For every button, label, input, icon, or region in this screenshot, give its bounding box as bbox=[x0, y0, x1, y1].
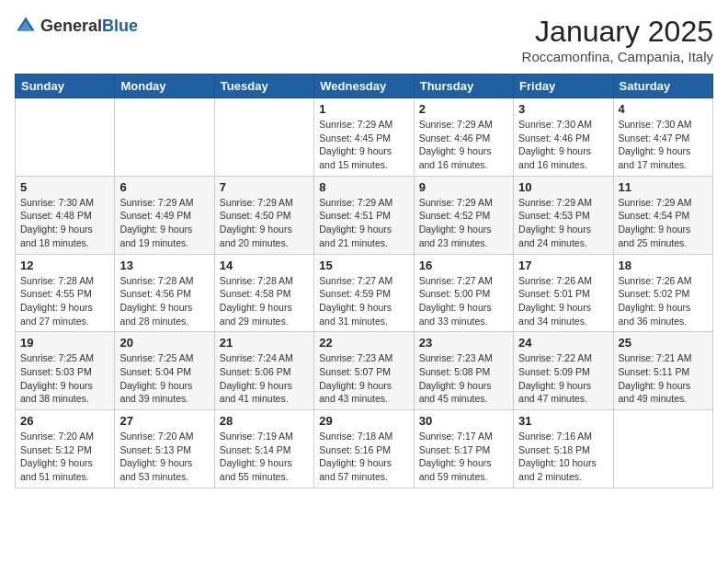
day-number: 31 bbox=[518, 414, 608, 428]
calendar-cell: 2Sunrise: 7:29 AMSunset: 4:46 PMDaylight… bbox=[414, 98, 513, 177]
logo-general: General bbox=[40, 17, 102, 35]
calendar-cell bbox=[613, 410, 712, 488]
calendar-cell: 13Sunrise: 7:28 AMSunset: 4:56 PMDayligh… bbox=[115, 254, 214, 332]
day-number: 8 bbox=[319, 180, 408, 194]
day-info: Sunrise: 7:16 AMSunset: 5:18 PMDaylight:… bbox=[518, 430, 608, 484]
weekday-header-row: SundayMondayTuesdayWednesdayThursdayFrid… bbox=[16, 75, 713, 98]
weekday-header-saturday: Saturday bbox=[613, 75, 712, 98]
calendar-cell: 17Sunrise: 7:26 AMSunset: 5:01 PMDayligh… bbox=[514, 254, 613, 332]
calendar-cell: 24Sunrise: 7:22 AMSunset: 5:09 PMDayligh… bbox=[514, 332, 613, 410]
calendar-cell: 6Sunrise: 7:29 AMSunset: 4:49 PMDaylight… bbox=[115, 176, 214, 254]
day-number: 13 bbox=[119, 259, 209, 272]
page-header: GeneralBlue January 2025 Roccamonfina, C… bbox=[15, 15, 713, 64]
day-info: Sunrise: 7:27 AMSunset: 5:00 PMDaylight:… bbox=[419, 274, 508, 328]
calendar-cell: 26Sunrise: 7:20 AMSunset: 5:12 PMDayligh… bbox=[16, 410, 115, 488]
calendar-week-1: 1Sunrise: 7:29 AMSunset: 4:45 PMDaylight… bbox=[16, 98, 713, 177]
day-number: 3 bbox=[518, 102, 608, 116]
day-number: 9 bbox=[419, 180, 508, 194]
day-info: Sunrise: 7:28 AMSunset: 4:55 PMDaylight:… bbox=[20, 274, 109, 328]
weekday-header-monday: Monday bbox=[115, 75, 214, 98]
calendar-cell: 1Sunrise: 7:29 AMSunset: 4:45 PMDaylight… bbox=[314, 98, 414, 177]
calendar-cell: 11Sunrise: 7:29 AMSunset: 4:54 PMDayligh… bbox=[613, 176, 712, 254]
calendar-cell bbox=[214, 98, 313, 177]
day-info: Sunrise: 7:29 AMSunset: 4:53 PMDaylight:… bbox=[518, 196, 608, 250]
calendar-cell: 23Sunrise: 7:23 AMSunset: 5:08 PMDayligh… bbox=[414, 332, 513, 410]
day-number: 27 bbox=[119, 414, 209, 428]
day-number: 12 bbox=[20, 259, 109, 272]
day-number: 10 bbox=[518, 180, 608, 194]
day-number: 20 bbox=[119, 336, 209, 350]
day-number: 23 bbox=[419, 336, 508, 350]
day-number: 22 bbox=[319, 336, 408, 350]
day-number: 18 bbox=[619, 259, 708, 272]
day-info: Sunrise: 7:29 AMSunset: 4:54 PMDaylight:… bbox=[619, 196, 708, 250]
calendar-cell: 16Sunrise: 7:27 AMSunset: 5:00 PMDayligh… bbox=[414, 254, 513, 332]
day-info: Sunrise: 7:21 AMSunset: 5:11 PMDaylight:… bbox=[619, 351, 708, 406]
logo: GeneralBlue bbox=[15, 15, 138, 37]
day-info: Sunrise: 7:24 AMSunset: 5:06 PMDaylight:… bbox=[220, 351, 309, 406]
day-number: 4 bbox=[619, 102, 708, 116]
calendar-cell bbox=[16, 98, 115, 177]
day-number: 16 bbox=[419, 259, 508, 272]
day-info: Sunrise: 7:23 AMSunset: 5:07 PMDaylight:… bbox=[319, 351, 408, 406]
day-number: 25 bbox=[619, 336, 708, 350]
day-info: Sunrise: 7:25 AMSunset: 5:04 PMDaylight:… bbox=[119, 351, 209, 406]
logo-icon bbox=[15, 15, 37, 37]
calendar-week-3: 12Sunrise: 7:28 AMSunset: 4:55 PMDayligh… bbox=[16, 254, 713, 332]
day-number: 26 bbox=[20, 414, 109, 428]
calendar-week-5: 26Sunrise: 7:20 AMSunset: 5:12 PMDayligh… bbox=[16, 410, 713, 488]
day-number: 24 bbox=[518, 336, 608, 350]
day-info: Sunrise: 7:26 AMSunset: 5:01 PMDaylight:… bbox=[518, 274, 608, 328]
day-number: 15 bbox=[319, 259, 408, 272]
day-number: 17 bbox=[518, 259, 608, 272]
calendar-cell: 31Sunrise: 7:16 AMSunset: 5:18 PMDayligh… bbox=[514, 410, 613, 488]
day-info: Sunrise: 7:29 AMSunset: 4:52 PMDaylight:… bbox=[419, 196, 508, 250]
calendar-cell: 30Sunrise: 7:17 AMSunset: 5:17 PMDayligh… bbox=[414, 410, 513, 488]
day-info: Sunrise: 7:23 AMSunset: 5:08 PMDaylight:… bbox=[419, 351, 508, 406]
calendar-table: SundayMondayTuesdayWednesdayThursdayFrid… bbox=[15, 74, 713, 488]
day-info: Sunrise: 7:20 AMSunset: 5:13 PMDaylight:… bbox=[119, 430, 209, 484]
calendar-cell: 22Sunrise: 7:23 AMSunset: 5:07 PMDayligh… bbox=[314, 332, 414, 410]
day-info: Sunrise: 7:20 AMSunset: 5:12 PMDaylight:… bbox=[20, 430, 109, 484]
day-info: Sunrise: 7:26 AMSunset: 5:02 PMDaylight:… bbox=[619, 274, 708, 328]
day-number: 14 bbox=[220, 259, 309, 272]
title-block: January 2025 Roccamonfina, Campania, Ita… bbox=[522, 15, 713, 64]
calendar-cell bbox=[115, 98, 214, 177]
calendar-cell: 3Sunrise: 7:30 AMSunset: 4:46 PMDaylight… bbox=[514, 98, 613, 177]
day-number: 5 bbox=[20, 180, 109, 194]
calendar-cell: 9Sunrise: 7:29 AMSunset: 4:52 PMDaylight… bbox=[414, 176, 513, 254]
weekday-header-wednesday: Wednesday bbox=[314, 75, 414, 98]
day-info: Sunrise: 7:29 AMSunset: 4:46 PMDaylight:… bbox=[419, 118, 508, 172]
day-info: Sunrise: 7:30 AMSunset: 4:48 PMDaylight:… bbox=[20, 196, 109, 250]
day-number: 19 bbox=[20, 336, 109, 350]
weekday-header-tuesday: Tuesday bbox=[214, 75, 313, 98]
day-number: 30 bbox=[419, 414, 508, 428]
calendar-cell: 28Sunrise: 7:19 AMSunset: 5:14 PMDayligh… bbox=[214, 410, 313, 488]
day-info: Sunrise: 7:29 AMSunset: 4:49 PMDaylight:… bbox=[119, 196, 209, 250]
day-info: Sunrise: 7:19 AMSunset: 5:14 PMDaylight:… bbox=[220, 430, 309, 484]
month-title: January 2025 bbox=[522, 15, 713, 49]
calendar-cell: 8Sunrise: 7:29 AMSunset: 4:51 PMDaylight… bbox=[314, 176, 414, 254]
day-number: 1 bbox=[319, 102, 408, 116]
calendar-cell: 20Sunrise: 7:25 AMSunset: 5:04 PMDayligh… bbox=[115, 332, 214, 410]
calendar-cell: 5Sunrise: 7:30 AMSunset: 4:48 PMDaylight… bbox=[16, 176, 115, 254]
day-info: Sunrise: 7:18 AMSunset: 5:16 PMDaylight:… bbox=[319, 430, 408, 484]
calendar-cell: 27Sunrise: 7:20 AMSunset: 5:13 PMDayligh… bbox=[115, 410, 214, 488]
calendar-cell: 25Sunrise: 7:21 AMSunset: 5:11 PMDayligh… bbox=[613, 332, 712, 410]
weekday-header-thursday: Thursday bbox=[414, 75, 513, 98]
day-info: Sunrise: 7:30 AMSunset: 4:46 PMDaylight:… bbox=[518, 118, 608, 172]
day-info: Sunrise: 7:29 AMSunset: 4:50 PMDaylight:… bbox=[220, 196, 309, 250]
day-info: Sunrise: 7:28 AMSunset: 4:58 PMDaylight:… bbox=[220, 274, 309, 328]
calendar-week-4: 19Sunrise: 7:25 AMSunset: 5:03 PMDayligh… bbox=[16, 332, 713, 410]
day-info: Sunrise: 7:25 AMSunset: 5:03 PMDaylight:… bbox=[20, 351, 109, 406]
calendar-cell: 19Sunrise: 7:25 AMSunset: 5:03 PMDayligh… bbox=[16, 332, 115, 410]
day-info: Sunrise: 7:27 AMSunset: 4:59 PMDaylight:… bbox=[319, 274, 408, 328]
day-number: 21 bbox=[220, 336, 309, 350]
day-info: Sunrise: 7:29 AMSunset: 4:45 PMDaylight:… bbox=[319, 118, 408, 172]
calendar-cell: 15Sunrise: 7:27 AMSunset: 4:59 PMDayligh… bbox=[314, 254, 414, 332]
day-info: Sunrise: 7:22 AMSunset: 5:09 PMDaylight:… bbox=[518, 351, 608, 406]
calendar-cell: 29Sunrise: 7:18 AMSunset: 5:16 PMDayligh… bbox=[314, 410, 414, 488]
day-info: Sunrise: 7:17 AMSunset: 5:17 PMDaylight:… bbox=[419, 430, 508, 484]
calendar-cell: 12Sunrise: 7:28 AMSunset: 4:55 PMDayligh… bbox=[16, 254, 115, 332]
day-info: Sunrise: 7:29 AMSunset: 4:51 PMDaylight:… bbox=[319, 196, 408, 250]
